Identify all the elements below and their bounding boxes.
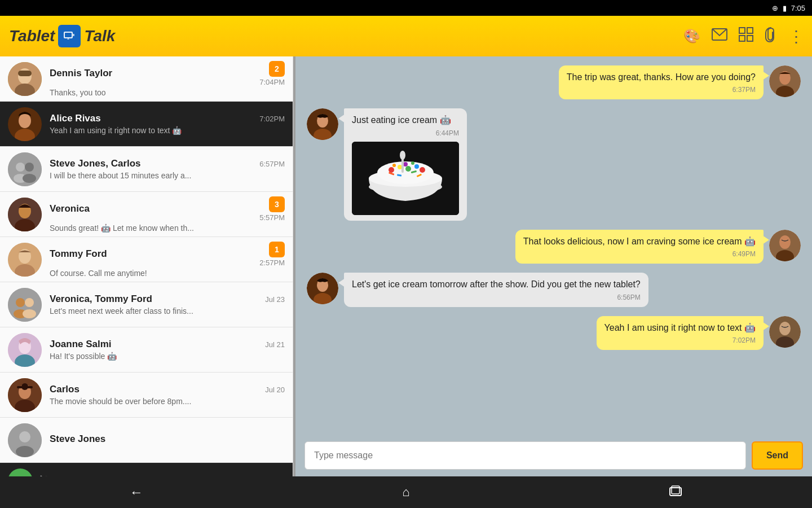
conversation-item-alice[interactable]: Alice Rivas 7:02PM Yeah I am using it ri…	[0, 102, 293, 147]
conv-name-carlos: Carlos	[50, 384, 80, 395]
message-row-received-1: Just eating ice cream 🤖 6:44PM	[307, 108, 801, 220]
toolbar-actions: 🎨 ⋮	[683, 27, 803, 46]
more-icon[interactable]: ⋮	[788, 27, 803, 46]
svg-rect-39	[17, 386, 33, 388]
svg-point-54	[398, 165, 402, 169]
conv-preview-veronica: Sounds great! 🤖 Let me know when th...	[50, 224, 285, 233]
conversation-list: Dennis Taylor 2 7:04PM Thanks, you too	[0, 56, 293, 476]
sent-avatar-2	[769, 230, 801, 261]
conversation-item-steve-carlos[interactable]: Steve Jones, Carlos 6:57PM I will be the…	[0, 147, 293, 192]
conv-preview-tommy: Of course. Call me anytime!	[50, 269, 285, 278]
android-emoji-1: 🤖	[440, 115, 451, 125]
conv-preview-veronica-tommy: Let's meet next week after class to fini…	[50, 306, 285, 316]
message-input[interactable]	[304, 441, 746, 470]
home-button[interactable]: ⌂	[402, 485, 409, 500]
conv-name-dennis: Dennis Taylor	[50, 68, 112, 79]
svg-point-62	[400, 151, 405, 160]
conversation-item-veronica-tommy[interactable]: Veronica, Tommy Ford Jul 23 Let's meet n…	[0, 282, 293, 327]
conv-name-joanne: Joanne Salmi	[50, 339, 112, 350]
message-row-sent-3: Yeah I am using it right now to text 🤖 7…	[307, 316, 801, 350]
grid-icon[interactable]	[739, 27, 753, 45]
sent-avatar-3	[769, 316, 801, 348]
svg-rect-5	[739, 28, 745, 33]
sidebar-status-bar	[0, 463, 293, 476]
conv-preview-dennis: Thanks, you too	[50, 88, 285, 97]
avatar-steve	[8, 423, 42, 457]
message-bubble-sent-3: Yeah I am using it right now to text 🤖 7…	[597, 316, 764, 350]
svg-point-31	[23, 309, 36, 318]
avatar-dennis	[8, 62, 42, 96]
avatar-carlos	[8, 378, 42, 412]
app: Tablet Talk 🎨	[0, 16, 812, 508]
avatar-tommy	[8, 243, 42, 277]
svg-point-60	[411, 161, 414, 165]
message-text-1: The trip was great, thanks. How are you …	[567, 71, 756, 84]
message-bubble-received-1: Just eating ice cream 🤖 6:44PM	[344, 108, 467, 220]
badge-tommy: 1	[269, 242, 285, 257]
recent-apps-button[interactable]	[669, 484, 682, 500]
svg-point-55	[405, 166, 411, 172]
conv-time-dennis: 7:04PM	[259, 78, 285, 86]
conv-body-veronica: Veronica 3 5:57PM Sounds great! 🤖 Let me…	[50, 196, 285, 233]
bluetooth-status-icon: ⊕	[772, 4, 778, 12]
conversation-item-joanne[interactable]: Joanne Salmi Jul 21 Ha! It's possible 🤖	[0, 327, 293, 373]
palette-icon[interactable]: 🎨	[683, 28, 700, 44]
message-row-received-2: Let's get ice cream tomorrow after the s…	[307, 273, 801, 306]
android-emoji-2: 🤖	[744, 237, 756, 246]
message-time-1: 6:37PM	[567, 86, 756, 94]
svg-rect-7	[739, 36, 745, 41]
message-time-3: 6:49PM	[523, 250, 756, 258]
message-time-5: 7:02PM	[604, 336, 756, 344]
conversation-item-dennis[interactable]: Dennis Taylor 2 7:04PM Thanks, you too	[0, 56, 293, 102]
badge-veronica: 3	[269, 196, 285, 212]
bluetooth-icon[interactable]	[8, 468, 33, 476]
message-bubble-received-2: Let's get ice cream tomorrow after the s…	[344, 273, 648, 306]
conv-name-veronica: Veronica	[50, 203, 90, 214]
conv-preview-steve-carlos: I will be there about 15 minutes early a…	[50, 171, 285, 180]
paperclip-icon[interactable]	[765, 27, 777, 46]
conv-preview-alice: Yeah I am using it right now to text 🤖	[50, 126, 285, 135]
conversation-item-steve[interactable]: Steve Jones	[0, 418, 293, 463]
conversation-item-carlos[interactable]: Carlos Jul 20 The movie should be over b…	[0, 373, 293, 418]
conv-name-steve: Steve Jones	[50, 433, 105, 445]
status-bar: ⊕ ▮ 7:05	[0, 0, 812, 16]
badge-dennis: 2	[269, 61, 285, 77]
avatar-alice	[8, 107, 42, 141]
conv-preview-carlos: The movie should be over before 8pm....	[50, 397, 285, 406]
avatar-veronica	[8, 198, 42, 231]
message-bubble-sent-2: That looks delicious, now I am craving s…	[515, 230, 764, 264]
svg-point-58	[392, 164, 396, 167]
email-icon[interactable]	[712, 28, 727, 44]
conv-body-steve: Steve Jones	[50, 433, 285, 446]
svg-point-14	[19, 113, 31, 128]
svg-point-41	[19, 431, 30, 443]
svg-rect-12	[18, 71, 32, 76]
conv-time-joanne: Jul 21	[265, 340, 285, 349]
svg-rect-1	[65, 33, 72, 37]
conv-name-alice: Alice Rivas	[50, 113, 101, 124]
svg-point-57	[420, 167, 425, 173]
message-text-5: Yeah I am using it right now to text 🤖	[604, 322, 756, 334]
conv-body-tommy: Tommy Ford 1 2:57PM Of course. Call me a…	[50, 242, 285, 278]
conv-body-alice: Alice Rivas 7:02PM Yeah I am using it ri…	[50, 113, 285, 135]
ice-cream-image	[352, 142, 459, 215]
conv-time-steve-carlos: 6:57PM	[259, 160, 285, 168]
chat-messages: The trip was great, thanks. How are you …	[295, 56, 812, 435]
svg-point-29	[25, 298, 34, 307]
conv-body-steve-carlos: Steve Jones, Carlos 6:57PM I will be the…	[50, 158, 285, 180]
conversation-item-veronica[interactable]: Veronica 3 5:57PM Sounds great! 🤖 Let me…	[0, 192, 293, 237]
send-button[interactable]: Send	[752, 441, 803, 470]
app-logo: Tablet Talk	[9, 25, 115, 47]
bottom-navigation: ← ⌂	[0, 476, 812, 508]
svg-rect-6	[747, 28, 753, 33]
svg-point-20	[23, 174, 36, 183]
svg-point-17	[16, 163, 25, 172]
app-name-tablet: Tablet	[9, 27, 55, 45]
conversation-item-tommy[interactable]: Tommy Ford 1 2:57PM Of course. Call me a…	[0, 237, 293, 282]
back-button[interactable]: ←	[130, 484, 143, 500]
message-text-4: Let's get ice cream tomorrow after the s…	[352, 278, 641, 291]
chat-panel: The trip was great, thanks. How are you …	[295, 56, 812, 476]
avatar-steve-carlos	[8, 152, 42, 186]
message-row-sent-2: That looks delicious, now I am craving s…	[307, 230, 801, 264]
android-emoji-3: 🤖	[744, 323, 756, 332]
